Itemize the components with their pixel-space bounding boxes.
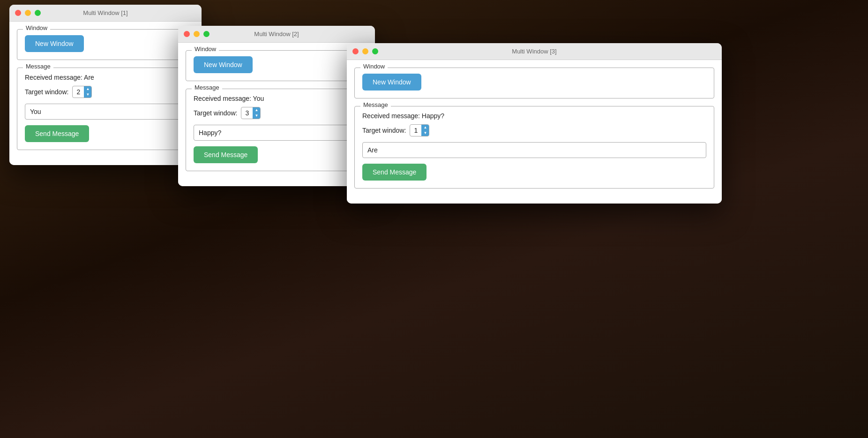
- message-group-legend-2: Message: [192, 84, 222, 91]
- spinner-up-3[interactable]: ▲: [421, 125, 429, 130]
- spinner-value-3: 1: [410, 126, 421, 135]
- target-label-1: Target window:: [25, 88, 68, 96]
- close-button-1[interactable]: [15, 10, 21, 16]
- traffic-lights-2: [184, 31, 210, 37]
- message-group-legend-3: Message: [360, 101, 391, 108]
- received-message-2: Received message: You: [194, 95, 359, 102]
- message-group-legend-1: Message: [23, 63, 53, 70]
- spinner-arrows-1[interactable]: ▲ ▼: [84, 86, 91, 98]
- window-2: Multi Window [2] Window New Window Messa…: [178, 26, 375, 186]
- window-content-1: Window New Window Message Received messa…: [9, 22, 202, 165]
- spinner-down-3[interactable]: ▼: [421, 130, 429, 136]
- window-content-2: Window New Window Message Received messa…: [178, 43, 375, 186]
- window-group-legend-1: Window: [23, 24, 50, 31]
- send-button-1[interactable]: Send Message: [25, 125, 89, 142]
- spinner-arrows-2[interactable]: ▲ ▼: [253, 107, 260, 119]
- window-group-legend-2: Window: [192, 45, 219, 53]
- spinner-down-1[interactable]: ▼: [84, 92, 91, 98]
- target-spinner-2[interactable]: 3 ▲ ▼: [241, 107, 261, 119]
- target-row-2: Target window: 3 ▲ ▼: [194, 107, 359, 119]
- send-button-3[interactable]: Send Message: [362, 164, 427, 181]
- message-input-3[interactable]: [362, 142, 706, 158]
- traffic-lights-3: [352, 48, 378, 54]
- message-input-2[interactable]: [194, 125, 359, 141]
- new-window-button-3[interactable]: New Window: [362, 74, 421, 91]
- target-spinner-1[interactable]: 2 ▲ ▼: [72, 86, 92, 98]
- minimize-button-2[interactable]: [194, 31, 200, 37]
- minimize-button-3[interactable]: [362, 48, 368, 54]
- maximize-button-2[interactable]: [203, 31, 210, 37]
- spinner-value-2: 3: [241, 108, 253, 118]
- received-message-3: Received message: Happy?: [362, 112, 706, 120]
- spinner-up-1[interactable]: ▲: [84, 86, 91, 92]
- target-row-1: Target window: 2 ▲ ▼: [25, 86, 186, 98]
- window-1: Multi Window [1] Window New Window Messa…: [9, 5, 202, 165]
- window-3: Multi Window [3] Window New Window Messa…: [347, 43, 722, 204]
- spinner-down-2[interactable]: ▼: [253, 113, 260, 119]
- titlebar-2: Multi Window [2]: [178, 26, 375, 43]
- minimize-button-1[interactable]: [25, 10, 31, 16]
- traffic-lights-1: [15, 10, 41, 16]
- received-message-1: Received message: Are: [25, 74, 186, 81]
- maximize-button-1[interactable]: [35, 10, 41, 16]
- window-title-1: Multi Window [1]: [83, 9, 127, 16]
- titlebar-1: Multi Window [1]: [9, 5, 202, 22]
- send-button-2[interactable]: Send Message: [194, 146, 258, 163]
- window-group-2: Window New Window: [186, 50, 367, 81]
- close-button-3[interactable]: [352, 48, 359, 54]
- spinner-up-2[interactable]: ▲: [253, 107, 260, 113]
- new-window-button-2[interactable]: New Window: [194, 56, 253, 73]
- spinner-arrows-3[interactable]: ▲ ▼: [421, 125, 429, 136]
- spinner-value-1: 2: [73, 87, 84, 97]
- window-group-legend-3: Window: [360, 63, 388, 70]
- target-row-3: Target window: 1 ▲ ▼: [362, 124, 706, 136]
- window-content-3: Window New Window Message Received messa…: [347, 60, 722, 204]
- target-spinner-3[interactable]: 1 ▲ ▼: [410, 124, 429, 136]
- window-title-3: Multi Window [3]: [512, 48, 556, 55]
- window-group-3: Window New Window: [354, 68, 714, 98]
- new-window-button-1[interactable]: New Window: [25, 35, 84, 52]
- message-group-1: Message Received message: Are Target win…: [17, 68, 194, 150]
- close-button-2[interactable]: [184, 31, 190, 37]
- target-label-2: Target window:: [194, 109, 237, 117]
- window-group-1: Window New Window: [17, 29, 194, 60]
- message-group-2: Message Received message: You Target win…: [186, 89, 367, 171]
- target-label-3: Target window:: [362, 127, 406, 134]
- maximize-button-3[interactable]: [372, 48, 378, 54]
- message-input-1[interactable]: [25, 104, 186, 120]
- window-title-2: Multi Window [2]: [254, 30, 299, 38]
- message-group-3: Message Received message: Happy? Target …: [354, 106, 714, 189]
- titlebar-3: Multi Window [3]: [347, 43, 722, 60]
